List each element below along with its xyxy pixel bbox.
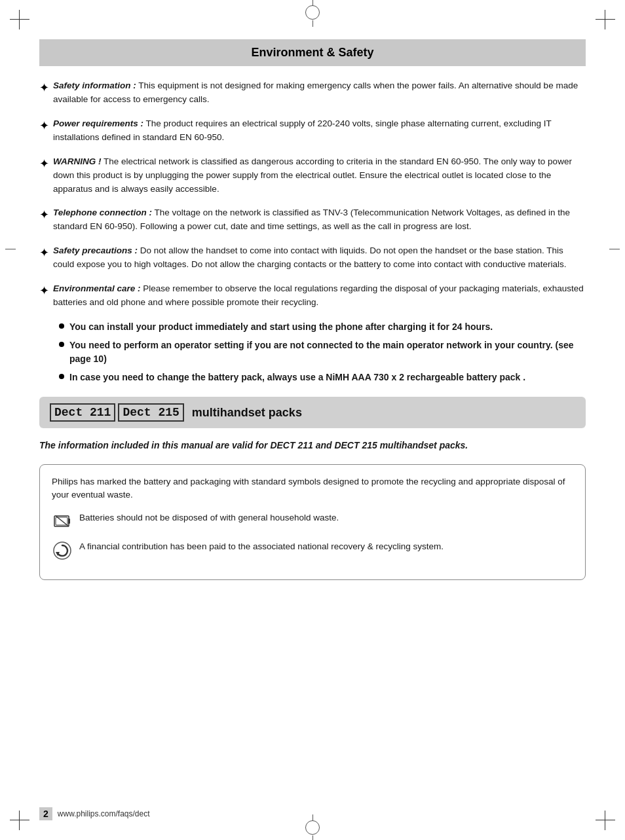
warning-label: WARNING ! bbox=[53, 156, 102, 166]
section-safety-info: ✦ Safety information : This equipment is… bbox=[39, 79, 586, 107]
safety-info-text: Safety information : This equipment is n… bbox=[53, 79, 586, 107]
diamond-icon-3: ✦ bbox=[39, 155, 49, 173]
recycling-text: A financial contribution has been paid t… bbox=[79, 540, 444, 553]
safety-precautions-text: Safety precautions : Do not allow the ha… bbox=[53, 244, 586, 272]
power-req-label: Power requirements : bbox=[53, 119, 143, 128]
reg-mark-bottom-left bbox=[10, 811, 29, 830]
battery-icon bbox=[52, 511, 73, 532]
diamond-icon-4: ✦ bbox=[39, 206, 49, 224]
battery-text: Batteries should not be disposed of with… bbox=[79, 511, 339, 524]
safety-info-label: Safety information : bbox=[53, 81, 136, 90]
telephone-label: Telephone connection : bbox=[53, 208, 152, 217]
footer: 2 www.philips.com/faqs/dect bbox=[39, 807, 150, 820]
bottom-circle-mark bbox=[305, 820, 320, 835]
dect-211-logo: Dect 211 bbox=[50, 403, 115, 422]
page: Environment & Safety ✦ Safety informatio… bbox=[0, 0, 625, 840]
diamond-icon-5: ✦ bbox=[39, 244, 49, 262]
diamond-icon-2: ✦ bbox=[39, 117, 49, 135]
page-number: 2 bbox=[39, 807, 52, 820]
title-bar: Environment & Safety bbox=[39, 39, 586, 66]
section-power-req: ✦ Power requirements : The product requi… bbox=[39, 117, 586, 145]
bullet-dot-3 bbox=[59, 374, 64, 379]
bullet-text-3: In case you need to change the battery p… bbox=[69, 371, 525, 384]
section-telephone: ✦ Telephone connection : The voltage on … bbox=[39, 206, 586, 234]
bullet-item-3: In case you need to change the battery p… bbox=[59, 371, 586, 384]
bullet-dot-1 bbox=[59, 323, 64, 329]
philips-intro-text: Philips has marked the battery and packa… bbox=[52, 475, 573, 502]
dect-info-text: The information included in this manual … bbox=[39, 439, 586, 452]
recycling-icon bbox=[52, 540, 73, 561]
main-content: ✦ Safety information : This equipment is… bbox=[39, 79, 586, 580]
diamond-icon-6: ✦ bbox=[39, 282, 49, 300]
dect-logo-group: Dect 211 Dect 215 bbox=[50, 403, 184, 422]
dect-215-logo: Dect 215 bbox=[118, 403, 183, 422]
page-title: Environment & Safety bbox=[52, 46, 573, 60]
section-environmental: ✦ Environmental care : Please remember t… bbox=[39, 282, 586, 310]
philips-box: Philips has marked the battery and packa… bbox=[39, 464, 586, 580]
environmental-label: Environmental care : bbox=[53, 283, 141, 293]
bullet-text-1: You can install your product immediately… bbox=[69, 320, 493, 333]
safety-precautions-label: Safety precautions : bbox=[53, 246, 138, 255]
bullet-item-2: You need to perform an operator setting … bbox=[59, 338, 586, 365]
bullet-text-2: You need to perform an operator setting … bbox=[69, 338, 586, 365]
warning-body: The electrical network is classified as … bbox=[53, 156, 572, 194]
telephone-text: Telephone connection : The voltage on th… bbox=[53, 206, 586, 234]
battery-row: Batteries should not be disposed of with… bbox=[52, 511, 573, 532]
footer-url: www.philips.com/faqs/dect bbox=[58, 809, 150, 818]
right-reg-mark bbox=[609, 249, 620, 249]
recycling-row: A financial contribution has been paid t… bbox=[52, 540, 573, 561]
warning-text: WARNING ! The electrical network is clas… bbox=[53, 155, 586, 196]
dect-banner-text: multihandset packs bbox=[192, 404, 302, 422]
reg-mark-top-left bbox=[10, 10, 29, 29]
left-reg-mark bbox=[5, 249, 16, 249]
bullet-list: You can install your product immediately… bbox=[39, 320, 586, 384]
reg-mark-top-right bbox=[596, 10, 615, 29]
bullet-item-1: You can install your product immediately… bbox=[59, 320, 586, 333]
section-safety-precautions: ✦ Safety precautions : Do not allow the … bbox=[39, 244, 586, 272]
power-req-text: Power requirements : The product require… bbox=[53, 117, 586, 145]
diamond-icon-1: ✦ bbox=[39, 79, 49, 97]
bullet-dot-2 bbox=[59, 342, 64, 347]
section-warning: ✦ WARNING ! The electrical network is cl… bbox=[39, 155, 586, 196]
svg-rect-1 bbox=[68, 519, 70, 524]
environmental-text: Environmental care : Please remember to … bbox=[53, 282, 586, 310]
reg-mark-bottom-right bbox=[596, 811, 615, 830]
dect-banner: Dect 211 Dect 215 multihandset packs bbox=[39, 397, 586, 428]
top-circle-mark bbox=[305, 5, 320, 20]
